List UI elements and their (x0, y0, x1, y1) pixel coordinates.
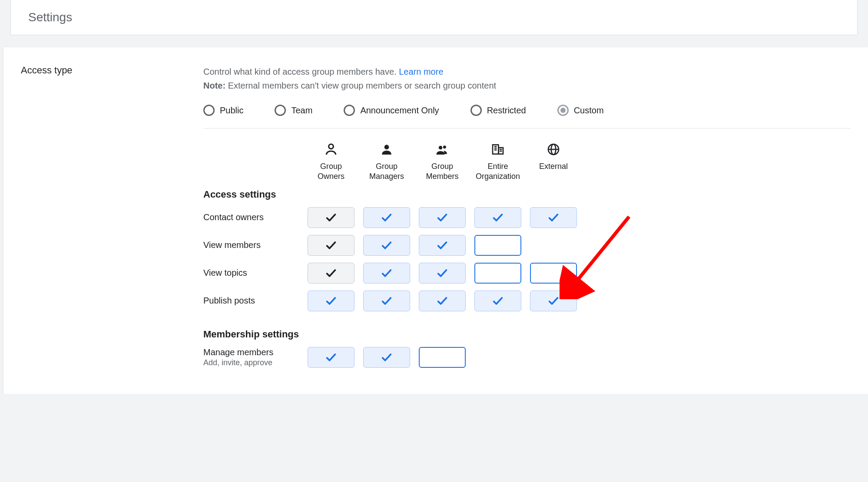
perm-view-topics-members[interactable] (419, 263, 466, 284)
perm-view-members-managers[interactable] (363, 235, 410, 256)
radio-label: Public (220, 106, 243, 116)
radio-public[interactable]: Public (203, 105, 243, 116)
column-label: GroupMembers (419, 162, 466, 182)
perm-publish-posts-owners[interactable] (308, 291, 354, 311)
radio-label: Custom (574, 106, 604, 116)
perm-manage-members-owners[interactable] (308, 347, 354, 368)
help-line1: Control what kind of access group member… (203, 67, 397, 76)
perm-contact-owners-external[interactable] (530, 207, 577, 228)
row-label: View members (203, 240, 308, 250)
radio-circle-icon (557, 105, 569, 116)
svg-point-2 (439, 146, 443, 150)
perm-view-topics-managers[interactable] (363, 263, 410, 284)
perm-publish-posts-managers[interactable] (363, 291, 410, 311)
section-title: Membership settings (203, 329, 851, 340)
row-label: View topics (203, 268, 308, 278)
column-label: EntireOrganization (474, 162, 521, 182)
column-label: GroupOwners (308, 162, 354, 182)
section-title: Access settings (203, 189, 851, 200)
column-members: GroupMembers (419, 142, 466, 182)
perm-view-topics-external[interactable] (530, 263, 577, 284)
column-label: External (530, 162, 577, 172)
column-managers: GroupManagers (363, 142, 410, 182)
perm-publish-posts-org[interactable] (474, 291, 521, 311)
perm-publish-posts-members[interactable] (419, 291, 466, 311)
row-label: Publish posts (203, 296, 308, 306)
perm-contact-owners-managers[interactable] (363, 207, 410, 228)
owner-icon (324, 142, 338, 156)
perm-manage-members-members[interactable] (419, 347, 466, 368)
row-publish-posts: Publish posts (203, 291, 851, 311)
radio-label: Restricted (487, 106, 526, 116)
radio-circle-icon (203, 105, 215, 116)
row-label: Contact owners (203, 212, 308, 222)
access-type-radios: PublicTeamAnnouncement OnlyRestrictedCus… (203, 105, 851, 129)
row-contact-owners: Contact owners (203, 207, 851, 228)
radio-circle-icon (470, 105, 482, 116)
column-owners: GroupOwners (308, 142, 354, 182)
radio-label: Team (291, 106, 312, 116)
perm-view-topics-org[interactable] (474, 263, 521, 284)
radio-team[interactable]: Team (275, 105, 312, 116)
row-sublabel: Add, invite, approve (203, 358, 308, 367)
radio-custom[interactable]: Custom (557, 105, 604, 116)
access-type-content: Control what kind of access group member… (203, 65, 851, 368)
svg-point-0 (329, 144, 334, 149)
perm-contact-owners-members[interactable] (419, 207, 466, 228)
perm-view-members-org[interactable] (474, 235, 521, 256)
perm-manage-members-managers[interactable] (363, 347, 410, 368)
row-label: Manage membersAdd, invite, approve (203, 347, 308, 367)
svg-point-1 (384, 145, 389, 149)
side-label-access-type: Access type (21, 65, 203, 76)
perm-view-members-members[interactable] (419, 235, 466, 256)
settings-title: Settings (28, 10, 72, 24)
globe-icon (547, 142, 560, 156)
radio-announcement[interactable]: Announcement Only (344, 105, 439, 116)
settings-card: Access type Control what kind of access … (3, 47, 868, 394)
perm-view-members-owners (308, 235, 354, 256)
settings-header: Settings (10, 0, 858, 35)
perm-contact-owners-owners (308, 207, 354, 228)
radio-restricted[interactable]: Restricted (470, 105, 526, 116)
column-label: GroupManagers (363, 162, 410, 182)
radio-label: Announcement Only (360, 106, 439, 116)
row-view-members: View members (203, 235, 851, 256)
learn-more-link[interactable]: Learn more (399, 67, 443, 76)
perm-view-topics-owners (308, 263, 354, 284)
permissions-matrix: GroupOwnersGroupManagersGroupMembersEnti… (203, 142, 851, 368)
help-text: Control what kind of access group member… (203, 65, 851, 92)
column-external: External (530, 142, 577, 182)
radio-circle-icon (275, 105, 286, 116)
note-label: Note: (203, 81, 225, 90)
perm-publish-posts-external[interactable] (530, 291, 577, 311)
org-icon (491, 142, 505, 156)
radio-circle-icon (344, 105, 355, 116)
svg-point-3 (443, 145, 446, 149)
members-icon (435, 142, 449, 156)
column-org: EntireOrganization (474, 142, 521, 182)
manager-icon (380, 142, 394, 156)
row-view-topics: View topics (203, 263, 851, 284)
note-text: External members can't view group member… (225, 81, 496, 90)
row-manage-members: Manage membersAdd, invite, approve (203, 347, 851, 368)
perm-contact-owners-org[interactable] (474, 207, 521, 228)
